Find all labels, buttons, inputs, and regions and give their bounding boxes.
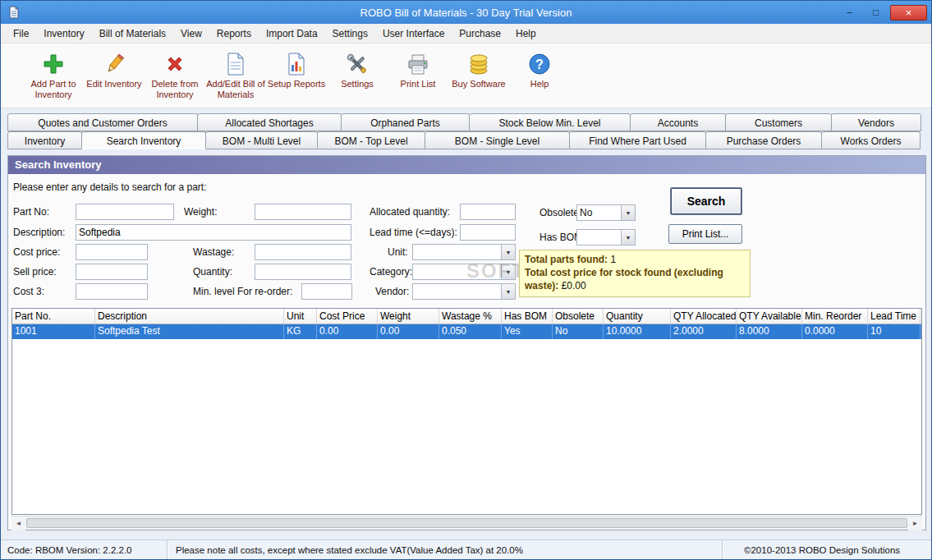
tab-customers[interactable]: Customers bbox=[725, 113, 832, 131]
sell-price-input[interactable] bbox=[76, 264, 148, 280]
maximize-button[interactable]: □ bbox=[864, 5, 888, 21]
toolbar-label: Edit Inventory bbox=[86, 79, 141, 90]
tab-bom-multi-level[interactable]: BOM - Multi Level bbox=[205, 131, 318, 149]
column-header-qty-available[interactable]: QTY Available bbox=[737, 309, 802, 324]
app-window: ROBO Bill of Materials - 30 Day Trial Ve… bbox=[0, 0, 932, 560]
tab-purchase-orders[interactable]: Purchase Orders bbox=[705, 131, 822, 149]
menu-inventory[interactable]: Inventory bbox=[36, 25, 91, 43]
menu-bill-of-materials[interactable]: Bill of Materials bbox=[92, 25, 173, 43]
description-label: Description: bbox=[13, 227, 65, 238]
menu-help[interactable]: Help bbox=[508, 25, 544, 43]
column-header-quantity[interactable]: Quantity bbox=[604, 309, 671, 324]
tab-allocated-shortages[interactable]: Allocated Shortages bbox=[197, 113, 342, 131]
column-header-lead-time[interactable]: Lead Time bbox=[868, 309, 921, 324]
minimize-button[interactable]: – bbox=[838, 5, 861, 21]
menu-file[interactable]: File bbox=[6, 25, 36, 43]
tab-search-inventory[interactable]: Search Inventory bbox=[81, 131, 206, 149]
horizontal-scrollbar[interactable]: ◄ ► bbox=[11, 516, 922, 530]
menu-view[interactable]: View bbox=[173, 25, 209, 43]
category-label: Category: bbox=[370, 266, 412, 278]
toolbar-label: Delete from Inventory bbox=[145, 79, 205, 99]
print-list-button[interactable]: Print List bbox=[388, 49, 448, 90]
tab-stock-below-min-level[interactable]: Stock Below Min. Level bbox=[469, 113, 631, 131]
page-title: Search Inventory bbox=[8, 156, 925, 174]
menu-purchase[interactable]: Purchase bbox=[452, 25, 508, 43]
tab-bom-top-level[interactable]: BOM - Top Level bbox=[317, 131, 425, 149]
cost-3-input[interactable] bbox=[76, 283, 148, 300]
toolbar-label: Buy Software bbox=[452, 79, 505, 90]
setup-reports-button[interactable]: Setup Reports bbox=[266, 49, 327, 90]
tab-find-where-part-used[interactable]: Find Where Part Used bbox=[569, 131, 706, 149]
menu-settings[interactable]: Settings bbox=[325, 25, 375, 43]
tab-quotes-and-customer-orders[interactable]: Quotes and Customer Orders bbox=[7, 113, 198, 131]
sell-price-label: Sell price: bbox=[13, 266, 57, 278]
cell-filler bbox=[921, 324, 922, 339]
total-cost-price-label: Total cost price for stock found (exclud… bbox=[525, 267, 723, 291]
cell-part-no: 1001 bbox=[12, 324, 95, 339]
column-header-weight[interactable]: Weight bbox=[378, 309, 439, 324]
column-header-filler bbox=[921, 309, 922, 324]
tab-bom-single-level[interactable]: BOM - Single Level bbox=[425, 131, 570, 149]
column-header-has-bom[interactable]: Has BOM bbox=[502, 309, 553, 324]
column-header-wastage[interactable]: Wastage % bbox=[439, 309, 502, 324]
column-header-obsolete[interactable]: Obsolete bbox=[553, 309, 604, 324]
help-icon: ? bbox=[528, 49, 551, 76]
lead-time-label: Lead time (<=days): bbox=[370, 227, 457, 238]
scroll-right-icon[interactable]: ► bbox=[908, 516, 922, 530]
min-level-input[interactable] bbox=[301, 283, 352, 300]
quantity-input[interactable] bbox=[255, 264, 351, 280]
chevron-down-icon: ▼ bbox=[621, 230, 635, 245]
menu-reports[interactable]: Reports bbox=[209, 25, 259, 43]
toolbar-label: Help bbox=[530, 79, 549, 90]
lead-time-input[interactable] bbox=[460, 224, 516, 241]
column-header-unit[interactable]: Unit bbox=[284, 309, 317, 324]
help-button[interactable]: ? Help bbox=[509, 49, 570, 90]
cost-3-label: Cost 3: bbox=[13, 286, 44, 297]
cell-obsolete: No bbox=[553, 324, 604, 339]
cell-wastage: 0.050 bbox=[439, 324, 502, 339]
column-header-qty-allocated[interactable]: QTY Allocated bbox=[671, 309, 737, 324]
close-button[interactable]: × bbox=[890, 5, 927, 21]
total-cost-price-line: Total cost price for stock found (exclud… bbox=[525, 266, 745, 292]
obsolete-select[interactable]: No ▼ bbox=[576, 204, 636, 221]
results-table: Part No. Description Unit Cost Price Wei… bbox=[11, 308, 922, 515]
delete-from-inventory-button[interactable]: Delete from Inventory bbox=[145, 49, 205, 99]
menu-import-data[interactable]: Import Data bbox=[259, 25, 325, 43]
chevron-down-icon: ▼ bbox=[501, 284, 515, 299]
tab-row-2: Inventory Search Inventory BOM - Multi L… bbox=[7, 131, 926, 149]
menu-user-interface[interactable]: User Interface bbox=[375, 25, 452, 43]
column-header-min-reorder[interactable]: Min. Reorder bbox=[802, 309, 868, 324]
edit-inventory-button[interactable]: Edit Inventory bbox=[84, 49, 145, 90]
part-no-input[interactable] bbox=[76, 204, 174, 220]
search-summary-box: Total parts found: 1 Total cost price fo… bbox=[519, 250, 751, 297]
has-bom-select[interactable]: ▼ bbox=[576, 229, 636, 246]
vendor-select[interactable]: ▼ bbox=[412, 283, 516, 300]
add-edit-bill-of-materials-button[interactable]: Add/Edit Bill of Materials bbox=[205, 49, 266, 99]
allocated-quantity-input[interactable] bbox=[460, 204, 516, 220]
wastage-input[interactable] bbox=[255, 244, 351, 260]
tab-works-orders[interactable]: Works Orders bbox=[821, 131, 921, 149]
column-header-cost-price[interactable]: Cost Price bbox=[317, 309, 378, 324]
cell-weight: 0.00 bbox=[378, 324, 439, 339]
scroll-left-icon[interactable]: ◄ bbox=[11, 516, 25, 530]
buy-software-button[interactable]: Buy Software bbox=[448, 49, 509, 90]
table-row-selected[interactable]: 1001 Softpedia Test KG 0.00 0.00 0.050 Y… bbox=[12, 324, 921, 339]
column-header-description[interactable]: Description bbox=[95, 309, 284, 324]
column-header-part-no[interactable]: Part No. bbox=[12, 309, 95, 324]
cost-price-input[interactable] bbox=[76, 244, 148, 260]
chevron-down-icon: ▼ bbox=[501, 245, 515, 259]
svg-text:?: ? bbox=[535, 57, 544, 71]
tab-orphaned-parts[interactable]: Orphaned Parts bbox=[341, 113, 470, 131]
tab-accounts[interactable]: Accounts bbox=[630, 113, 726, 131]
scrollbar-thumb[interactable] bbox=[26, 518, 907, 528]
weight-input[interactable] bbox=[255, 204, 351, 220]
tab-vendors[interactable]: Vendors bbox=[831, 113, 921, 131]
description-input[interactable] bbox=[76, 224, 351, 241]
add-part-to-inventory-button[interactable]: Add Part to Inventory bbox=[23, 49, 84, 99]
tab-inventory[interactable]: Inventory bbox=[7, 131, 82, 149]
print-list-dialog-button[interactable]: Print List... bbox=[668, 224, 742, 244]
total-parts-found-line: Total parts found: 1 bbox=[525, 253, 745, 266]
search-button[interactable]: Search bbox=[670, 187, 742, 215]
settings-button[interactable]: Settings bbox=[327, 49, 388, 90]
unit-select[interactable]: ▼ bbox=[412, 244, 516, 260]
